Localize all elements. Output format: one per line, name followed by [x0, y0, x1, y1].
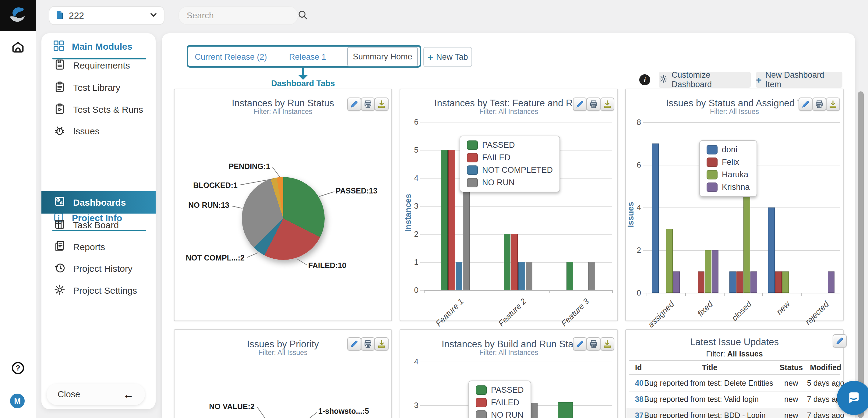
- edit-icon[interactable]: [347, 337, 361, 351]
- legend-item: Krishna: [707, 182, 750, 192]
- project-name: 222: [69, 10, 149, 21]
- print-icon[interactable]: [587, 337, 600, 351]
- cell-title[interactable]: Bug reported from test: BDD - Login: [644, 411, 766, 418]
- edit-icon[interactable]: [833, 334, 847, 348]
- scrollbar-thumb[interactable]: [858, 91, 864, 418]
- y-tick-label: 8: [623, 118, 641, 127]
- customize-dashboard-button[interactable]: Customize Dashboard: [659, 72, 751, 88]
- print-icon[interactable]: [361, 97, 375, 111]
- legend-item: NO RUN: [476, 410, 524, 418]
- sidebar-item-dashboards[interactable]: Dashboards: [41, 191, 156, 214]
- bar-passed: [558, 402, 573, 418]
- reports-icon: [54, 240, 66, 255]
- gridline: [647, 293, 840, 293]
- annotation-label: Dashboard Tabs: [267, 79, 340, 88]
- help-icon[interactable]: ?: [11, 361, 25, 375]
- requirements-icon: [54, 59, 66, 73]
- print-icon[interactable]: [812, 97, 826, 111]
- axis-tick: [840, 293, 840, 296]
- pie-slice-label: NO RUN:13: [188, 201, 229, 210]
- sidebar-item-task-board[interactable]: Task Board: [41, 215, 156, 235]
- download-icon[interactable]: [375, 97, 389, 111]
- new-dashboard-item-button[interactable]: + New Dashboard Item: [756, 72, 842, 88]
- sidebar-item-issues[interactable]: Issues: [41, 122, 156, 141]
- legend-item: NO RUN: [467, 178, 553, 187]
- edit-icon[interactable]: [799, 97, 812, 111]
- tab-current-release-2-[interactable]: Current Release (2): [191, 47, 271, 67]
- info-icon[interactable]: i: [639, 74, 650, 85]
- avatar[interactable]: M: [10, 394, 25, 408]
- cell-id[interactable]: 40: [635, 379, 644, 388]
- x-axis-label: Feature 1: [434, 297, 466, 328]
- cell-title[interactable]: Bug reported from test: Valid login: [644, 395, 759, 404]
- edit-icon[interactable]: [347, 97, 361, 111]
- sidebar-item-project-history[interactable]: Project History: [41, 259, 156, 278]
- sidebar-item-reports[interactable]: Reports: [41, 237, 156, 257]
- print-icon[interactable]: [587, 97, 600, 111]
- left-rail: ? M: [0, 0, 36, 418]
- search-icon[interactable]: [297, 9, 308, 22]
- download-icon[interactable]: [375, 337, 389, 351]
- x-axis-label: closed: [730, 299, 753, 323]
- dashboards-icon: [54, 195, 66, 210]
- bar-haruka: [705, 250, 711, 293]
- bar-felix: [737, 271, 743, 293]
- edit-icon[interactable]: [573, 337, 587, 351]
- sidebar-item-test-sets-runs[interactable]: Test Sets & Runs: [41, 100, 156, 119]
- cell-status: new: [784, 411, 798, 418]
- download-icon[interactable]: [600, 337, 614, 351]
- sidebar-item-test-library[interactable]: Test Library: [41, 78, 156, 97]
- plus-icon: +: [756, 74, 762, 86]
- axis-tick: [424, 290, 425, 293]
- edit-icon[interactable]: [573, 97, 587, 111]
- tab-summary-home[interactable]: Summary Home: [347, 47, 418, 66]
- print-icon[interactable]: [361, 337, 375, 351]
- axis-tick: [487, 290, 487, 293]
- download-icon[interactable]: [826, 97, 840, 111]
- axis-tick: [643, 122, 647, 123]
- bar-no-run: [588, 262, 595, 290]
- project-selector[interactable]: 222: [49, 6, 164, 25]
- x-axis-label: assigned: [646, 299, 676, 329]
- cell-id[interactable]: 38: [635, 395, 644, 404]
- sidebar-item-label: Project History: [73, 264, 132, 274]
- panel-title: Latest Issue Updates: [626, 337, 843, 348]
- sidebar-item-requirements[interactable]: Requirements: [41, 56, 156, 75]
- sidebar-item-label: Issues: [73, 126, 100, 137]
- pie-slice-label: NO VALUE:2: [209, 402, 255, 411]
- bar-doni: [652, 144, 659, 293]
- chat-bubble-button[interactable]: [837, 381, 868, 415]
- app-logo[interactable]: [0, 0, 36, 31]
- axis-tick: [724, 293, 724, 296]
- search-box[interactable]: [178, 6, 299, 25]
- gridline: [424, 362, 612, 362]
- tab-release-1[interactable]: Release 1: [282, 47, 334, 67]
- chart-legend: PASSEDFAILEDNO RUN: [468, 381, 531, 418]
- cell-title[interactable]: Bug reported from test: Delete Entities: [644, 379, 773, 388]
- new-tab-label: New Tab: [436, 52, 468, 62]
- panel-filter: Filter: All Issues: [626, 350, 843, 358]
- cell-id[interactable]: 37: [635, 411, 644, 418]
- close-label: Close: [58, 389, 80, 399]
- bar-haruka: [782, 271, 789, 293]
- y-axis-title: Instances: [404, 194, 413, 232]
- project-doc-icon: [55, 10, 65, 21]
- axis-tick: [420, 290, 424, 291]
- search-input[interactable]: [186, 10, 297, 21]
- download-icon[interactable]: [600, 97, 614, 111]
- y-tick-label: 6: [623, 160, 641, 170]
- sidebar-item-project-settings[interactable]: Project Settings: [41, 281, 156, 300]
- bar-felix: [775, 271, 782, 293]
- pie-slice-label: FAILED:10: [308, 261, 346, 270]
- y-tick-label: 6: [400, 117, 418, 126]
- home-icon[interactable]: [11, 40, 25, 55]
- table-column-header: Status: [780, 363, 803, 372]
- axis-tick: [643, 207, 647, 208]
- legend-swatch: [467, 166, 478, 175]
- sidebar-close-button[interactable]: Close←: [46, 384, 145, 405]
- new-tab-button[interactable]: + New Tab: [423, 47, 472, 67]
- y-tick-label: 4: [400, 173, 418, 182]
- axis-tick: [420, 405, 424, 406]
- y-axis-title: Issues: [626, 202, 636, 227]
- row-separator: [629, 391, 840, 392]
